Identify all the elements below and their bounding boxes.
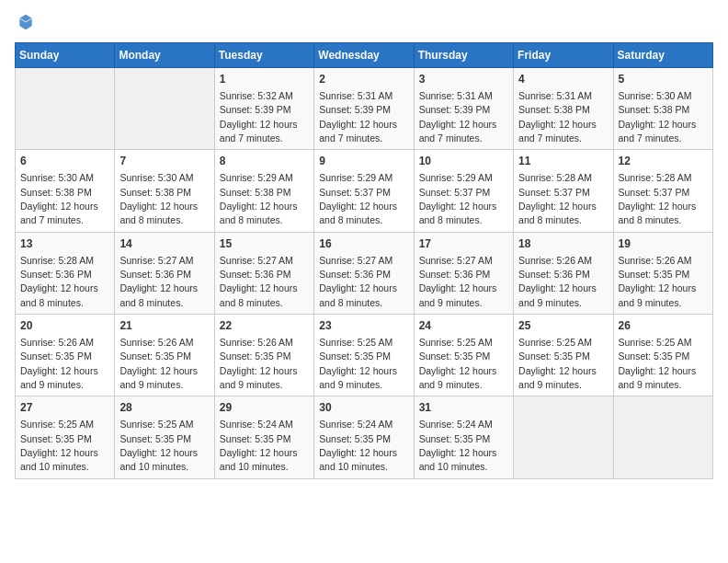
calendar-cell: 18 Sunrise: 5:26 AMSunset: 5:36 PMDaylig… bbox=[514, 232, 613, 314]
cell-content: Sunrise: 5:24 AMSunset: 5:35 PMDaylight:… bbox=[220, 419, 298, 472]
day-number: 29 bbox=[220, 400, 309, 416]
calendar-cell: 28 Sunrise: 5:25 AMSunset: 5:35 PMDaylig… bbox=[115, 396, 214, 478]
calendar-cell: 15 Sunrise: 5:27 AMSunset: 5:36 PMDaylig… bbox=[214, 232, 313, 314]
calendar-cell: 11 Sunrise: 5:28 AMSunset: 5:37 PMDaylig… bbox=[514, 150, 613, 232]
header-cell-thursday: Thursday bbox=[414, 43, 513, 68]
calendar-cell: 25 Sunrise: 5:25 AMSunset: 5:35 PMDaylig… bbox=[514, 315, 613, 396]
calendar-cell: 31 Sunrise: 5:24 AMSunset: 5:35 PMDaylig… bbox=[414, 396, 513, 478]
day-number: 2 bbox=[319, 72, 408, 87]
cell-content: Sunrise: 5:31 AMSunset: 5:38 PMDaylight:… bbox=[518, 90, 597, 144]
day-number: 30 bbox=[319, 400, 408, 416]
cell-content: Sunrise: 5:27 AMSunset: 5:36 PMDaylight:… bbox=[220, 255, 298, 308]
calendar-cell: 6 Sunrise: 5:30 AMSunset: 5:38 PMDayligh… bbox=[16, 150, 115, 232]
day-number: 14 bbox=[119, 236, 209, 252]
cell-content: Sunrise: 5:26 AMSunset: 5:35 PMDaylight:… bbox=[20, 337, 98, 390]
calendar-header-row: SundayMondayTuesdayWednesdayThursdayFrid… bbox=[16, 43, 713, 68]
header-cell-friday: Friday bbox=[514, 43, 613, 68]
header-cell-tuesday: Tuesday bbox=[214, 43, 313, 68]
cell-content: Sunrise: 5:27 AMSunset: 5:36 PMDaylight:… bbox=[119, 255, 198, 308]
day-number: 22 bbox=[220, 318, 309, 334]
logo bbox=[15, 15, 35, 31]
day-number: 7 bbox=[119, 154, 209, 169]
calendar-cell: 2 Sunrise: 5:31 AMSunset: 5:39 PMDayligh… bbox=[314, 68, 414, 150]
day-number: 20 bbox=[20, 318, 109, 334]
week-row-3: 13 Sunrise: 5:28 AMSunset: 5:36 PMDaylig… bbox=[16, 232, 713, 314]
calendar-cell: 30 Sunrise: 5:24 AMSunset: 5:35 PMDaylig… bbox=[314, 396, 414, 478]
cell-content: Sunrise: 5:30 AMSunset: 5:38 PMDaylight:… bbox=[20, 172, 98, 225]
week-row-5: 27 Sunrise: 5:25 AMSunset: 5:35 PMDaylig… bbox=[16, 396, 713, 478]
day-number: 31 bbox=[419, 400, 508, 416]
day-number: 11 bbox=[518, 154, 608, 169]
calendar-cell: 8 Sunrise: 5:29 AMSunset: 5:38 PMDayligh… bbox=[214, 150, 313, 232]
week-row-1: 1 Sunrise: 5:32 AMSunset: 5:39 PMDayligh… bbox=[16, 68, 713, 150]
cell-content: Sunrise: 5:25 AMSunset: 5:35 PMDaylight:… bbox=[619, 337, 697, 390]
calendar-cell bbox=[514, 396, 613, 478]
calendar-cell: 12 Sunrise: 5:28 AMSunset: 5:37 PMDaylig… bbox=[613, 150, 712, 232]
day-number: 8 bbox=[220, 154, 309, 169]
day-number: 5 bbox=[619, 72, 708, 87]
day-number: 21 bbox=[119, 318, 209, 334]
calendar-cell bbox=[115, 68, 214, 150]
week-row-4: 20 Sunrise: 5:26 AMSunset: 5:35 PMDaylig… bbox=[16, 315, 713, 396]
calendar-cell: 23 Sunrise: 5:25 AMSunset: 5:35 PMDaylig… bbox=[314, 315, 414, 396]
day-number: 4 bbox=[518, 72, 608, 87]
cell-content: Sunrise: 5:27 AMSunset: 5:36 PMDaylight:… bbox=[419, 255, 497, 308]
cell-content: Sunrise: 5:24 AMSunset: 5:35 PMDaylight:… bbox=[419, 419, 497, 472]
cell-content: Sunrise: 5:32 AMSunset: 5:39 PMDaylight:… bbox=[220, 90, 298, 144]
day-number: 26 bbox=[619, 318, 708, 334]
header-cell-saturday: Saturday bbox=[613, 43, 712, 68]
week-row-2: 6 Sunrise: 5:30 AMSunset: 5:38 PMDayligh… bbox=[16, 150, 713, 232]
cell-content: Sunrise: 5:26 AMSunset: 5:35 PMDaylight:… bbox=[220, 337, 298, 390]
day-number: 3 bbox=[419, 72, 508, 87]
calendar-cell: 4 Sunrise: 5:31 AMSunset: 5:38 PMDayligh… bbox=[514, 68, 613, 150]
calendar-cell: 5 Sunrise: 5:30 AMSunset: 5:38 PMDayligh… bbox=[613, 68, 712, 150]
calendar-cell: 27 Sunrise: 5:25 AMSunset: 5:35 PMDaylig… bbox=[16, 396, 115, 478]
cell-content: Sunrise: 5:26 AMSunset: 5:36 PMDaylight:… bbox=[518, 255, 597, 308]
logo-icon bbox=[17, 13, 35, 31]
day-number: 9 bbox=[319, 154, 408, 169]
header-cell-sunday: Sunday bbox=[16, 43, 115, 68]
cell-content: Sunrise: 5:29 AMSunset: 5:37 PMDaylight:… bbox=[419, 172, 497, 225]
calendar-cell: 17 Sunrise: 5:27 AMSunset: 5:36 PMDaylig… bbox=[414, 232, 513, 314]
calendar-cell: 14 Sunrise: 5:27 AMSunset: 5:36 PMDaylig… bbox=[115, 232, 214, 314]
cell-content: Sunrise: 5:28 AMSunset: 5:36 PMDaylight:… bbox=[20, 255, 98, 308]
cell-content: Sunrise: 5:29 AMSunset: 5:38 PMDaylight:… bbox=[220, 172, 298, 225]
calendar-cell bbox=[16, 68, 115, 150]
day-number: 12 bbox=[619, 154, 708, 169]
cell-content: Sunrise: 5:25 AMSunset: 5:35 PMDaylight:… bbox=[419, 337, 497, 390]
calendar-cell: 24 Sunrise: 5:25 AMSunset: 5:35 PMDaylig… bbox=[414, 315, 513, 396]
calendar-cell: 20 Sunrise: 5:26 AMSunset: 5:35 PMDaylig… bbox=[16, 315, 115, 396]
day-number: 19 bbox=[619, 236, 708, 252]
calendar-cell: 13 Sunrise: 5:28 AMSunset: 5:36 PMDaylig… bbox=[16, 232, 115, 314]
header-cell-monday: Monday bbox=[115, 43, 214, 68]
cell-content: Sunrise: 5:25 AMSunset: 5:35 PMDaylight:… bbox=[319, 337, 397, 390]
day-number: 25 bbox=[518, 318, 608, 334]
calendar-cell: 21 Sunrise: 5:26 AMSunset: 5:35 PMDaylig… bbox=[115, 315, 214, 396]
cell-content: Sunrise: 5:31 AMSunset: 5:39 PMDaylight:… bbox=[319, 90, 397, 144]
cell-content: Sunrise: 5:30 AMSunset: 5:38 PMDaylight:… bbox=[619, 90, 697, 144]
calendar-cell: 1 Sunrise: 5:32 AMSunset: 5:39 PMDayligh… bbox=[214, 68, 313, 150]
cell-content: Sunrise: 5:24 AMSunset: 5:35 PMDaylight:… bbox=[319, 419, 397, 472]
day-number: 17 bbox=[419, 236, 508, 252]
cell-content: Sunrise: 5:25 AMSunset: 5:35 PMDaylight:… bbox=[518, 337, 597, 390]
calendar-cell: 19 Sunrise: 5:26 AMSunset: 5:35 PMDaylig… bbox=[613, 232, 712, 314]
cell-content: Sunrise: 5:27 AMSunset: 5:36 PMDaylight:… bbox=[319, 255, 397, 308]
day-number: 24 bbox=[419, 318, 508, 334]
calendar-table: SundayMondayTuesdayWednesdayThursdayFrid… bbox=[15, 42, 713, 479]
cell-content: Sunrise: 5:28 AMSunset: 5:37 PMDaylight:… bbox=[619, 172, 697, 225]
day-number: 1 bbox=[220, 72, 309, 87]
calendar-cell bbox=[613, 396, 712, 478]
day-number: 16 bbox=[319, 236, 408, 252]
cell-content: Sunrise: 5:26 AMSunset: 5:35 PMDaylight:… bbox=[619, 255, 697, 308]
day-number: 23 bbox=[319, 318, 408, 334]
cell-content: Sunrise: 5:28 AMSunset: 5:37 PMDaylight:… bbox=[518, 172, 597, 225]
calendar-cell: 9 Sunrise: 5:29 AMSunset: 5:37 PMDayligh… bbox=[314, 150, 414, 232]
cell-content: Sunrise: 5:25 AMSunset: 5:35 PMDaylight:… bbox=[20, 419, 98, 472]
day-number: 15 bbox=[220, 236, 309, 252]
day-number: 27 bbox=[20, 400, 109, 416]
day-number: 6 bbox=[20, 154, 109, 169]
day-number: 18 bbox=[518, 236, 608, 252]
calendar-cell: 29 Sunrise: 5:24 AMSunset: 5:35 PMDaylig… bbox=[214, 396, 313, 478]
day-number: 28 bbox=[119, 400, 209, 416]
calendar-cell: 26 Sunrise: 5:25 AMSunset: 5:35 PMDaylig… bbox=[613, 315, 712, 396]
